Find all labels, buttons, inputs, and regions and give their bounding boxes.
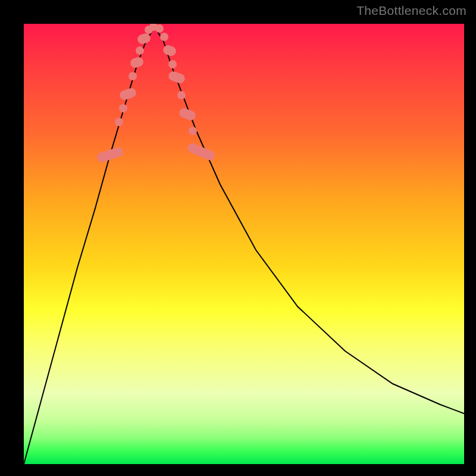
marker-dot — [155, 24, 164, 33]
marker-dot — [136, 46, 144, 55]
marker-dot — [129, 72, 137, 80]
marker-dot — [168, 60, 177, 68]
plot-area — [24, 24, 464, 464]
marker-pill — [129, 56, 145, 69]
marker-pill — [136, 32, 152, 45]
marker-pill — [96, 146, 124, 163]
marker-pill — [162, 44, 177, 58]
outer-frame: TheBottleneck.com — [0, 0, 476, 476]
marker-dot — [119, 104, 127, 112]
marker-pill — [167, 70, 186, 85]
marker-pill — [186, 142, 216, 161]
v-curve-line — [24, 27, 464, 464]
chart-svg — [24, 24, 464, 464]
marker-dot — [115, 118, 123, 126]
marker-dot — [160, 33, 168, 41]
marker-dot — [177, 91, 186, 99]
watermark-text: TheBottleneck.com — [356, 4, 466, 18]
marker-dot — [189, 127, 197, 135]
marker-pill — [118, 87, 137, 101]
